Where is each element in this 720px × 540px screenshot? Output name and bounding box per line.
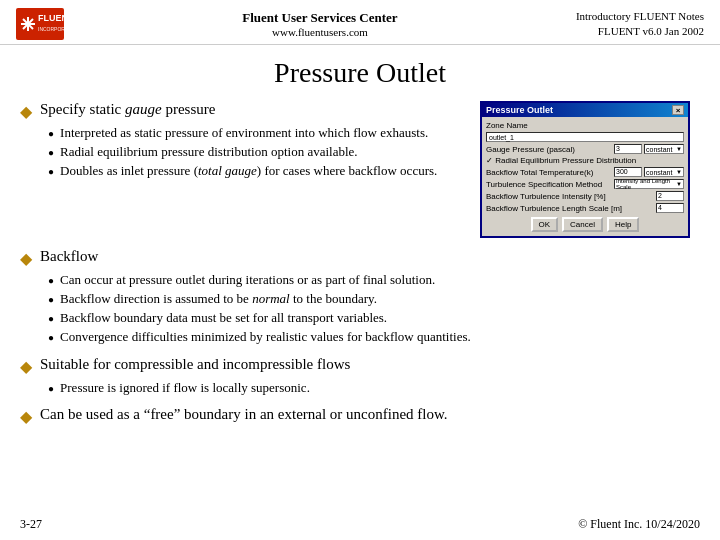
main-bullet-2: ◆ Backflow (20, 248, 700, 268)
dialog-screenshot: Pressure Outlet × Zone Name outlet_1 Gau… (480, 101, 700, 238)
dialog-row-turbspec: Turbulence Specification Method Intensit… (486, 179, 684, 189)
section-1-layout: ◆ Specify static gauge pressure ● Interp… (20, 101, 700, 238)
dialog-buttons: OK Cancel Help (486, 217, 684, 232)
site-title: Fluent User Services Center (64, 10, 576, 26)
sub-bullet-2-2: ● Backflow direction is assumed to be no… (48, 291, 700, 308)
dialog-row-turbint: Backflow Turbulence Intensity [%] 2 (486, 191, 684, 201)
dialog-title-bar: Pressure Outlet × (482, 103, 688, 117)
dialog-row-temp: Backflow Total Temperature(k) 300 consta… (486, 167, 684, 177)
sub-bullet-3-1: ● Pressure is ignored if flow is locally… (48, 380, 700, 397)
footer: 3-27 © Fluent Inc. 10/24/2020 (0, 517, 720, 532)
header-center: Fluent User Services Center www.fluentus… (64, 10, 576, 38)
sub-bullet-dot-1-1: ● (48, 128, 54, 139)
sub-bullet-text-1-2: Radial equilibrium pressure distribution… (60, 144, 358, 161)
temp-input[interactable]: 300 (614, 167, 642, 177)
sub-bullets-1: ● Interpreted as static pressure of envi… (48, 125, 464, 180)
sub-bullets-3: ● Pressure is ignored if flow is locally… (48, 380, 700, 397)
turbspec-dropdown[interactable]: Intensity and Length Scale▼ (614, 179, 684, 189)
fluent-logo-icon: FLUENT INCORPORATED (16, 8, 64, 40)
sub-bullet-text-2-3: Backflow boundary data must be set for a… (60, 310, 387, 327)
dialog-row-gauge: Gauge Pressure (pascal) 3 constant▼ (486, 144, 684, 154)
sub-bullet-text-2-2: Backflow direction is assumed to be norm… (60, 291, 377, 308)
main-bullet-1: ◆ Specify static gauge pressure (20, 101, 464, 121)
dialog-row-turblength: Backflow Turbulence Length Scale [m] 4 (486, 203, 684, 213)
pressure-outlet-dialog: Pressure Outlet × Zone Name outlet_1 Gau… (480, 101, 690, 238)
gauge-label: Gauge Pressure (pascal) (486, 145, 612, 154)
svg-point-5 (26, 22, 30, 26)
dialog-row-radial: ✓ Radial Equilibrium Pressure Distributi… (486, 156, 684, 165)
bullet-icon-1: ◆ (20, 102, 32, 121)
sub-bullet-text-2-1: Can occur at pressure outlet during iter… (60, 272, 435, 289)
section-4: ◆ Can be used as a “free” boundary in an… (20, 406, 700, 426)
sub-bullet-text-1-1: Interpreted as static pressure of enviro… (60, 125, 428, 142)
header: FLUENT INCORPORATED Fluent User Services… (0, 0, 720, 45)
page-number: 3-27 (20, 517, 42, 532)
sub-bullet-1-2: ● Radial equilibrium pressure distributi… (48, 144, 464, 161)
svg-text:FLUENT: FLUENT (38, 13, 64, 23)
sub-bullet-2-3: ● Backflow boundary data must be set for… (48, 310, 700, 327)
dialog-title-text: Pressure Outlet (486, 105, 553, 115)
sub-bullet-1-1: ● Interpreted as static pressure of envi… (48, 125, 464, 142)
bullet-icon-2: ◆ (20, 249, 32, 268)
main-bullet-3: ◆ Suitable for compressible and incompre… (20, 356, 700, 376)
sub-bullet-dot-2-2: ● (48, 294, 54, 305)
main-bullet-3-text: Suitable for compressible and incompress… (40, 356, 350, 373)
dialog-close-button[interactable]: × (672, 105, 684, 115)
sub-bullet-2-4: ● Convergence difficulties minimized by … (48, 329, 700, 346)
bullet-icon-3: ◆ (20, 357, 32, 376)
bullet-icon-4: ◆ (20, 407, 32, 426)
radial-label: ✓ Radial Equilibrium Pressure Distributi… (486, 156, 684, 165)
zone-name-field[interactable]: outlet_1 (486, 132, 684, 142)
main-bullet-4: ◆ Can be used as a “free” boundary in an… (20, 406, 700, 426)
section-2: ◆ Backflow ● Can occur at pressure outle… (20, 248, 700, 346)
main-bullet-1-text: Specify static gauge pressure (40, 101, 215, 118)
turblength-input[interactable]: 4 (656, 203, 684, 213)
turblength-label: Backflow Turbulence Length Scale [m] (486, 204, 654, 213)
section-1-left: ◆ Specify static gauge pressure ● Interp… (20, 101, 464, 184)
dialog-content: Zone Name outlet_1 Gauge Pressure (pasca… (482, 117, 688, 236)
temp-type[interactable]: constant▼ (644, 167, 684, 177)
sub-bullet-text-2-4: Convergence difficulties minimized by re… (60, 329, 471, 346)
svg-text:INCORPORATED: INCORPORATED (38, 26, 64, 32)
main-bullet-4-text: Can be used as a “free” boundary in an e… (40, 406, 448, 423)
temp-label: Backflow Total Temperature(k) (486, 168, 612, 177)
turbint-label: Backflow Turbulence Intensity [%] (486, 192, 654, 201)
sub-bullet-dot-2-4: ● (48, 332, 54, 343)
cancel-button[interactable]: Cancel (562, 217, 603, 232)
website-url: www.fluentusers.com (64, 26, 576, 38)
ok-button[interactable]: OK (531, 217, 559, 232)
logo-area: FLUENT INCORPORATED (16, 8, 64, 40)
sub-bullet-2-1: ● Can occur at pressure outlet during it… (48, 272, 700, 289)
main-bullet-2-text: Backflow (40, 248, 98, 265)
sub-bullet-dot-3-1: ● (48, 383, 54, 394)
sub-bullet-dot-1-2: ● (48, 147, 54, 158)
sub-bullets-2: ● Can occur at pressure outlet during it… (48, 272, 700, 346)
sub-bullet-dot-2-3: ● (48, 313, 54, 324)
sub-bullet-dot-2-1: ● (48, 275, 54, 286)
turbspec-label: Turbulence Specification Method (486, 180, 612, 189)
zone-name-label: Zone Name (486, 121, 684, 130)
gauge-type[interactable]: constant▼ (644, 144, 684, 154)
section-1: ◆ Specify static gauge pressure ● Interp… (20, 101, 700, 238)
sub-bullet-text-1-3: Doubles as inlet pressure (total gauge) … (60, 163, 437, 180)
sub-bullet-text-3-1: Pressure is ignored if flow is locally s… (60, 380, 310, 397)
help-button[interactable]: Help (607, 217, 639, 232)
copyright: © Fluent Inc. 10/24/2020 (578, 517, 700, 532)
sub-bullet-dot-1-3: ● (48, 166, 54, 177)
turbint-input[interactable]: 2 (656, 191, 684, 201)
header-notes-line2: FLUENT v6.0 Jan 2002 (576, 24, 704, 39)
header-right: Introductory FLUENT Notes FLUENT v6.0 Ja… (576, 9, 704, 40)
section-3: ◆ Suitable for compressible and incompre… (20, 356, 700, 397)
main-content: ◆ Specify static gauge pressure ● Interp… (0, 101, 720, 426)
gauge-input[interactable]: 3 (614, 144, 642, 154)
sub-bullet-1-3: ● Doubles as inlet pressure (total gauge… (48, 163, 464, 180)
page-title: Pressure Outlet (0, 57, 720, 89)
header-notes-line1: Introductory FLUENT Notes (576, 9, 704, 24)
